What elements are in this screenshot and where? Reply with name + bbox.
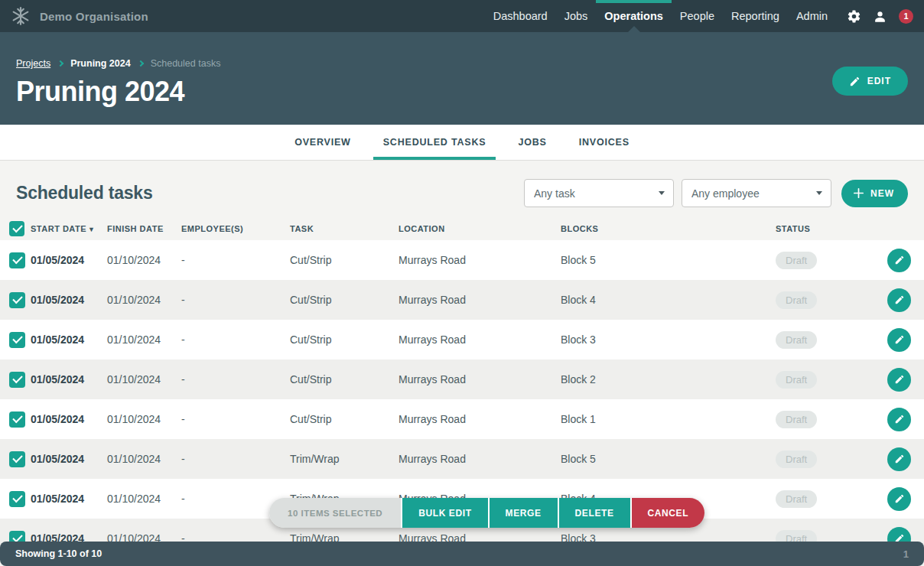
status-badge: Draft <box>776 490 817 508</box>
org-name: Demo Organisation <box>40 10 148 23</box>
status-badge: Draft <box>776 371 817 389</box>
cell-finish-date: 01/10/2024 <box>107 453 181 465</box>
nav-item-admin[interactable]: Admin <box>788 0 836 32</box>
row-edit-button[interactable] <box>887 408 911 431</box>
snowflake-logo-icon <box>11 6 31 26</box>
cell-start-date: 01/05/2024 <box>31 373 107 385</box>
cell-start-date: 01/05/2024 <box>31 294 107 306</box>
status-badge: Draft <box>776 331 817 349</box>
row-checkbox[interactable] <box>9 491 25 507</box>
row-checkbox[interactable] <box>9 372 25 388</box>
column-header-status[interactable]: STATUS <box>776 224 887 233</box>
row-checkbox[interactable] <box>9 411 25 428</box>
pencil-icon <box>894 255 905 265</box>
notification-badge[interactable]: 1 <box>899 9 913 24</box>
cell-finish-date: 01/10/2024 <box>107 333 181 346</box>
status-badge: Draft <box>776 411 817 428</box>
project-header: Projects Pruning 2024 Scheduled tasks Pr… <box>0 32 924 125</box>
cell-blocks: Block 5 <box>561 254 776 266</box>
table-row: 01/05/2024 01/10/2024 - Cut/Strip Murray… <box>0 240 924 280</box>
cell-start-date: 01/05/2024 <box>31 453 107 465</box>
cancel-button[interactable]: CANCEL <box>630 498 705 528</box>
select-all-checkbox[interactable] <box>9 221 24 236</box>
row-edit-button[interactable] <box>887 328 911 352</box>
cell-location: Murrays Road <box>399 254 561 266</box>
cell-employees: - <box>181 373 290 385</box>
tab-jobs[interactable]: JOBS <box>508 125 556 160</box>
main-nav: Dashboard Jobs Operations People Reporti… <box>485 0 836 32</box>
employee-filter-select[interactable]: Any employee <box>682 179 831 207</box>
breadcrumb-project[interactable]: Pruning 2024 <box>70 58 131 69</box>
cell-task: Cut/Strip <box>290 254 399 266</box>
project-tabs: OVERVIEW SCHEDULED TASKS JOBS INVOICES <box>0 125 924 161</box>
user-account-icon[interactable] <box>873 9 887 24</box>
row-checkbox[interactable] <box>9 451 25 467</box>
breadcrumb-current: Scheduled tasks <box>151 58 221 69</box>
nav-item-people[interactable]: People <box>672 0 723 32</box>
tab-overview[interactable]: OVERVIEW <box>285 125 361 160</box>
table-row: 01/05/2024 01/10/2024 - Cut/Strip Murray… <box>0 280 924 320</box>
cell-start-date: 01/05/2024 <box>31 254 107 266</box>
cell-employees: - <box>181 254 290 266</box>
edit-button-label: EDIT <box>867 76 891 86</box>
selection-count-label: 10 ITEMS SELECTED <box>269 498 401 528</box>
column-header-employees[interactable]: EMPLOYEE(S) <box>181 224 290 233</box>
nav-item-operations[interactable]: Operations <box>596 0 672 32</box>
cell-employees: - <box>181 294 290 306</box>
column-header-blocks[interactable]: BLOCKS <box>561 224 776 233</box>
row-edit-button[interactable] <box>887 487 911 511</box>
nav-item-dashboard[interactable]: Dashboard <box>485 0 556 32</box>
table-row: 01/05/2024 01/10/2024 - Cut/Strip Murray… <box>0 359 924 399</box>
new-button-label: NEW <box>870 188 894 199</box>
top-navbar: Demo Organisation Dashboard Jobs Operati… <box>0 0 924 32</box>
row-checkbox[interactable] <box>9 332 25 348</box>
row-edit-button[interactable] <box>887 447 911 471</box>
cell-task: Cut/Strip <box>290 333 399 346</box>
delete-button[interactable]: DELETE <box>558 498 630 528</box>
bulk-edit-button[interactable]: BULK EDIT <box>401 498 487 528</box>
cell-finish-date: 01/10/2024 <box>107 373 181 385</box>
cell-task: Cut/Strip <box>290 413 399 425</box>
row-edit-button[interactable] <box>887 288 911 312</box>
tab-invoices[interactable]: INVOICES <box>569 125 639 160</box>
tab-scheduled-tasks[interactable]: SCHEDULED TASKS <box>373 125 496 160</box>
column-header-location[interactable]: LOCATION <box>399 224 561 233</box>
cell-task: Trim/Wrap <box>290 453 399 465</box>
cell-start-date: 01/05/2024 <box>31 493 107 505</box>
new-task-button[interactable]: NEW <box>841 180 908 207</box>
column-header-finish-date[interactable]: FINISH DATE <box>107 224 181 233</box>
breadcrumb-projects[interactable]: Projects <box>16 58 50 69</box>
merge-button[interactable]: MERGE <box>488 498 558 528</box>
status-badge: Draft <box>776 451 817 468</box>
cell-blocks: Block 2 <box>561 373 776 385</box>
row-edit-button[interactable] <box>887 368 911 392</box>
section-title: Scheduled tasks <box>16 183 153 203</box>
cell-location: Murrays Road <box>399 294 561 306</box>
edit-project-button[interactable]: EDIT <box>832 67 908 96</box>
row-checkbox[interactable] <box>9 252 25 268</box>
table-header: START DATE▼ FINISH DATE EMPLOYEE(S) TASK… <box>0 217 924 240</box>
pencil-icon <box>849 76 861 87</box>
cell-location: Murrays Road <box>399 333 561 346</box>
pencil-icon <box>894 414 905 424</box>
nav-item-reporting[interactable]: Reporting <box>723 0 788 32</box>
cell-employees: - <box>181 453 290 465</box>
cell-start-date: 01/05/2024 <box>31 413 107 425</box>
page-title: Pruning 2024 <box>16 76 908 108</box>
cell-location: Murrays Road <box>399 453 561 465</box>
settings-gear-icon[interactable] <box>847 9 861 24</box>
cell-task: Cut/Strip <box>290 373 399 385</box>
section-header: Scheduled tasks Any task Any employee <box>0 161 924 207</box>
task-filter-select[interactable]: Any task <box>524 179 674 207</box>
column-header-task[interactable]: TASK <box>290 224 399 233</box>
cell-blocks: Block 5 <box>561 453 776 465</box>
plus-icon <box>852 187 865 200</box>
cell-start-date: 01/05/2024 <box>31 333 107 346</box>
nav-item-jobs[interactable]: Jobs <box>556 0 597 32</box>
page-number[interactable]: 1 <box>903 548 909 560</box>
filters: Any task Any employee NEW <box>524 179 908 207</box>
row-checkbox[interactable] <box>9 292 25 308</box>
row-edit-button[interactable] <box>887 249 911 272</box>
column-header-start-date[interactable]: START DATE▼ <box>31 224 107 233</box>
org-brand[interactable]: Demo Organisation <box>11 0 148 32</box>
